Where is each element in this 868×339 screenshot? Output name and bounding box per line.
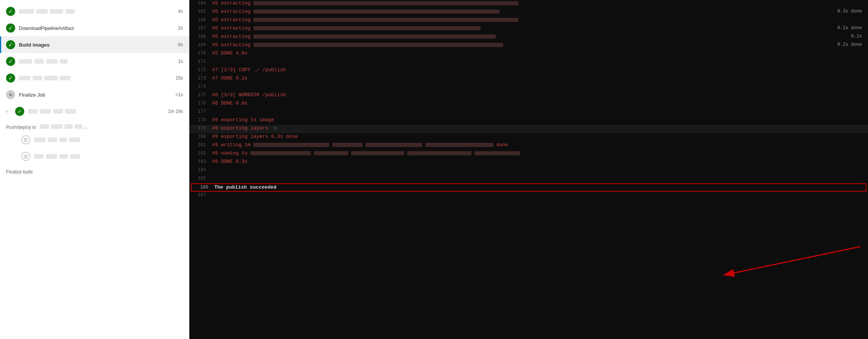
blur-block [40, 124, 49, 129]
red-arrow-svg [705, 239, 864, 284]
line-number: 165 [189, 9, 212, 14]
blurred-content [253, 43, 503, 47]
sidebar-item-finalize-job[interactable]: ● Finalize Job <1s [0, 86, 189, 103]
status-icon-success: ✓ [6, 23, 15, 33]
line-number: 164 [189, 0, 212, 6]
status-icon-pending: ⊙ [21, 152, 30, 161]
terminal-line: 165 #5 extracting 0.3s done [189, 8, 868, 17]
blur-block [60, 76, 70, 80]
line-number: 175 [189, 92, 212, 98]
terminal-line: 185 [189, 175, 868, 183]
blurred-content [475, 151, 520, 155]
terminal-line: 174 [189, 83, 868, 92]
terminal-line: 178 #9 exporting to image [189, 117, 868, 125]
terminal-line: 171 [189, 58, 868, 67]
item-duration: 2s [178, 25, 183, 31]
line-content: #7 [2/3] COPY ./ /publish [212, 67, 868, 73]
item-label: Build images [19, 42, 175, 48]
line-number: 167 [189, 25, 212, 31]
item-duration: <1s [175, 92, 183, 97]
status-icon-success: ✓ [6, 57, 15, 66]
item-label: DownloadPipelineArtifact [19, 25, 175, 31]
item-duration: 8s [178, 42, 183, 47]
blur-block [46, 154, 57, 159]
item-label-blurred [19, 9, 175, 14]
terminal-line-success: 186 The publish succeeded [191, 183, 866, 192]
blurred-content [253, 1, 518, 5]
line-number: 187 [189, 192, 212, 198]
blurred-content [253, 18, 518, 22]
blur-block [59, 137, 67, 142]
blur-block [53, 109, 63, 114]
line-number: 185 [189, 175, 212, 181]
blurred-content [351, 151, 404, 155]
blurred-content [407, 151, 471, 155]
line-number: 178 [189, 117, 212, 123]
line-number: 182 [189, 150, 212, 156]
line-number: 174 [189, 84, 212, 89]
status-icon-pending: ⊙ [21, 135, 30, 144]
svg-line-1 [724, 247, 860, 275]
status-icon-success: ✓ [6, 73, 15, 83]
terminal-line: 181 #9 writing im done [189, 142, 868, 150]
blurred-content [365, 143, 422, 147]
blurred-content [253, 26, 481, 30]
sidebar-item-push-1[interactable]: ⊙ [0, 131, 189, 148]
line-number: 172 [189, 67, 212, 73]
blur-block [70, 154, 80, 159]
blur-block [19, 76, 30, 80]
terminal-line: 175 #8 [3/3] WORKDIR /publish [189, 92, 868, 100]
status-icon-success: ✓ [15, 107, 24, 116]
terminal-line: 170 #5 DONE 4.6s [189, 50, 868, 58]
terminal-line: 177 [189, 108, 868, 117]
terminal-line: 187 [189, 192, 868, 200]
sidebar-item-download[interactable]: ✓ DownloadPipelineArtifact 2s [0, 20, 189, 36]
blur-block [46, 59, 58, 64]
sidebar-item-build-images[interactable]: ✓ Build images 8s [0, 36, 189, 53]
link-icon: ⬡ [273, 126, 277, 131]
sidebar-item-expandable[interactable]: › ✓ 1m 19s [0, 103, 189, 120]
line-number: 181 [189, 142, 212, 148]
item-duration: 15s [176, 75, 183, 81]
blur-block [40, 109, 51, 114]
line-number: 173 [189, 75, 212, 81]
blur-block [28, 109, 37, 114]
line-content: #5 extracting 0.3s done [212, 9, 868, 14]
line-number: 176 [189, 100, 212, 106]
line-content: #8 DONE 0.0s [212, 100, 868, 106]
terminal-line: 166 #5 extracting [189, 17, 868, 25]
terminal-line: 172 #7 [2/3] COPY ./ /publish [189, 67, 868, 75]
terminal-line: 182 #9 naming to [189, 150, 868, 158]
line-content: #9 DONE 0.3s [212, 159, 868, 164]
item-label-blurred [34, 137, 183, 142]
line-number: 171 [189, 59, 212, 64]
terminal-line: 176 #8 DONE 0.0s [189, 100, 868, 108]
line-content: #9 exporting layers ⬡ [212, 125, 868, 131]
sidebar-item-1[interactable]: ✓ 4s [0, 3, 189, 20]
status-icon-success: ✓ [6, 40, 15, 49]
terminal-line: 173 #7 DONE 0.1s [189, 75, 868, 83]
line-content-success: The publish succeeded [214, 184, 866, 190]
item-duration: 1s [178, 59, 183, 64]
line-content: #9 exporting to image [212, 117, 868, 123]
blurred-content [253, 9, 500, 14]
line-content: #5 DONE 4.6s [212, 50, 868, 56]
blur-block [34, 59, 44, 64]
blur-block [64, 124, 73, 129]
terminal-line: 184 [189, 167, 868, 175]
blur-block [75, 124, 82, 129]
line-number: 170 [189, 50, 212, 56]
sidebar-item-push-2[interactable]: ⊙ [0, 148, 189, 165]
sidebar-item-4[interactable]: ✓ 1s [0, 53, 189, 70]
blur-block [59, 154, 68, 159]
blurred-content [253, 143, 329, 147]
blur-block [19, 59, 32, 64]
line-number: 186 [192, 184, 214, 190]
line-content: #5 extracting [212, 17, 868, 23]
line-number: 180 [189, 134, 212, 139]
line-number: 179 [189, 125, 212, 131]
sidebar-item-5[interactable]: ✓ 15s [0, 70, 189, 86]
blur-block [60, 59, 67, 64]
line-number: 177 [189, 109, 212, 114]
terminal[interactable]: 164 #5 extracting 165 #5 extracting 0.3s… [189, 0, 868, 339]
